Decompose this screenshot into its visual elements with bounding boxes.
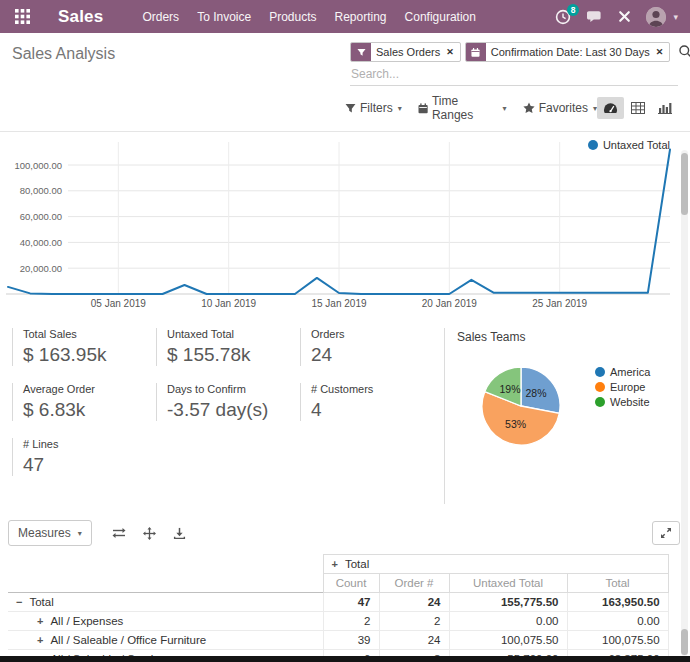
facet-remove-icon[interactable]: ✕ [445,47,460,57]
facet-label: Confirmation Date: Last 30 Days [486,46,655,58]
favorites-dropdown[interactable]: Favorites ▾ [523,101,597,115]
messages-icon[interactable] [586,9,603,24]
cell-order: 2 [379,612,449,631]
pivot-view-button[interactable] [624,97,651,119]
calendar-icon [466,43,486,61]
expand-all-icon[interactable] [143,527,156,540]
activity-clock-icon[interactable]: 8 [555,9,571,25]
search-input[interactable] [350,64,678,86]
line-chart-canvas[interactable]: 20,000.0040,000.0060,000.0080,000.00100,… [4,134,676,310]
grid-icon [631,102,645,114]
chart-view-button[interactable] [651,97,678,119]
star-icon [523,102,535,114]
tools-icon[interactable] [618,10,631,23]
time-ranges-dropdown[interactable]: Time Ranges ▾ [418,94,507,122]
chevron-down-icon: ▾ [398,104,402,113]
kpi-customers: # Customers 4 [300,383,434,421]
table-row: −Total 47 24 155,775.50 163,950.50 [8,593,668,612]
facet-remove-icon[interactable]: ✕ [655,47,670,57]
cell-total: 0.00 [567,612,668,631]
search-icon[interactable] [678,44,690,63]
kpi-average-order: Average Order $ 6.83k [12,383,146,421]
favorites-label: Favorites [539,101,588,115]
kpi-section: Total Sales $ 163.95k Untaxed Total $ 15… [0,315,690,512]
kpi-label: Total Sales [23,328,146,340]
column-group-total[interactable]: +Total [323,555,668,574]
cell-count: 39 [323,631,379,650]
svg-text:25 Jan 2019: 25 Jan 2019 [532,298,587,309]
gauge-icon [603,102,618,114]
scrollbar-thumb[interactable] [681,629,688,655]
cell-count: 47 [323,593,379,612]
user-caret-icon: ▾ [673,12,678,22]
kpi-orders: Orders 24 [300,328,434,366]
filters-dropdown[interactable]: Filters ▾ [345,101,402,115]
chevron-down-icon: ▾ [78,529,82,538]
dashboard-view-button[interactable] [597,97,624,119]
avatar [646,7,666,27]
user-menu[interactable] [646,7,666,27]
kpi-untaxed-total: Untaxed Total $ 155.78k [156,328,290,366]
measures-button[interactable]: Measures ▾ [8,520,92,546]
scrollbar-thumb[interactable] [681,153,688,215]
svg-text:20 Jan 2019: 20 Jan 2019 [422,298,477,309]
svg-text:20,000.00: 20,000.00 [20,263,62,274]
kpi-label: Orders [311,328,434,340]
filter-icon [345,103,356,114]
kpi-label: Days to Confirm [167,383,290,395]
column-header-count[interactable]: Count [323,574,379,593]
fullscreen-button[interactable] [652,521,680,545]
legend-item-europe[interactable]: Europe [595,381,650,393]
nav-item-to-invoice[interactable]: To Invoice [188,4,260,30]
svg-text:80,000.00: 80,000.00 [20,185,62,196]
scrollbar-track[interactable] [681,150,688,656]
kpi-label: Untaxed Total [167,328,290,340]
column-header-order[interactable]: Order # [379,574,449,593]
sales-teams-title: Sales Teams [457,330,680,344]
apps-grid-icon[interactable] [12,7,32,27]
legend-label: America [610,366,650,378]
download-icon[interactable] [173,527,186,540]
plus-icon: + [332,558,338,570]
nav-item-orders[interactable]: Orders [133,4,188,30]
kpi-label: Average Order [23,383,146,395]
svg-text:40,000.00: 40,000.00 [20,237,62,248]
app-title[interactable]: Sales [58,7,103,27]
control-panel: Sales Analysis Sales Orders ✕ [0,33,690,132]
column-header-total[interactable]: Total [567,574,668,593]
kpi-days-to-confirm: Days to Confirm -3.57 day(s) [156,383,290,421]
svg-text:15 Jan 2019: 15 Jan 2019 [311,298,366,309]
facet-label: Sales Orders [371,46,445,58]
kpi-value: 47 [23,454,146,476]
kpi-value: $ 155.78k [167,344,290,366]
plus-icon: + [37,615,43,627]
svg-text:60,000.00: 60,000.00 [20,211,62,222]
line-chart-legend[interactable]: Untaxed Total [588,139,670,151]
flip-axis-icon[interactable] [112,527,126,539]
legend-item-america[interactable]: America [595,366,650,378]
kpi-label: # Lines [23,438,146,450]
column-header-untaxed-total[interactable]: Untaxed Total [449,574,567,593]
nav-item-reporting[interactable]: Reporting [326,4,396,30]
svg-text:100,000.00: 100,000.00 [14,160,62,171]
window-bottom-edge [0,656,690,662]
minus-icon: − [16,596,22,608]
sales-teams-pie-chart[interactable]: 28%53%19% [473,356,569,452]
row-label-total[interactable]: −Total [8,593,323,612]
facet-confirmation-date: Confirmation Date: Last 30 Days ✕ [465,42,671,62]
row-label-office-furniture[interactable]: +All / Saleable / Office Furniture [8,631,323,650]
legend-item-website[interactable]: Website [595,396,650,408]
nav-item-configuration[interactable]: Configuration [396,4,485,30]
svg-text:05 Jan 2019: 05 Jan 2019 [91,298,146,309]
cell-total: 163,950.50 [567,593,668,612]
expand-arrows-icon [660,527,672,539]
row-label-expenses[interactable]: +All / Expenses [8,612,323,631]
filters-label: Filters [360,101,393,115]
calendar-icon [418,103,428,114]
legend-dot [595,367,605,377]
cell-order: 24 [379,593,449,612]
kpi-value: 4 [311,399,434,421]
sales-line-chart: Untaxed Total 20,000.0040,000.0060,000.0… [0,134,690,315]
time-ranges-label: Time Ranges [432,94,498,122]
nav-item-products[interactable]: Products [260,4,325,30]
